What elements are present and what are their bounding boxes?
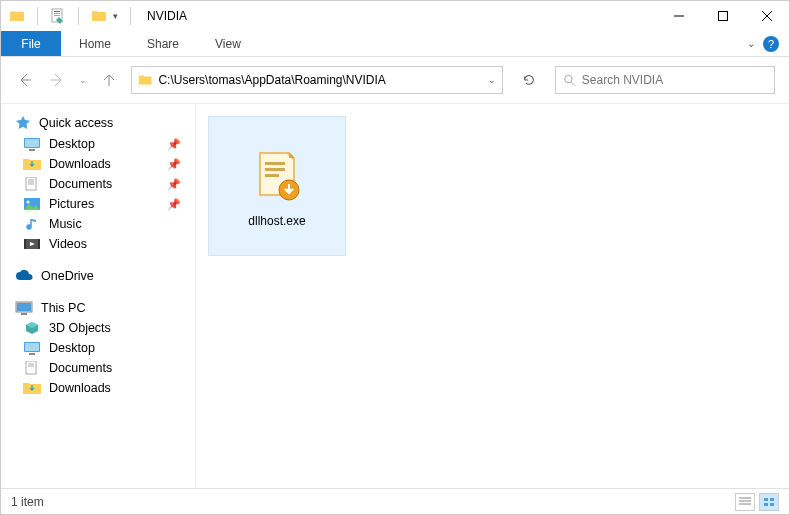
status-text: 1 item	[11, 495, 44, 509]
sidebar: Quick access Desktop 📌 Downloads 📌 Docum…	[1, 104, 196, 488]
cloud-icon	[15, 269, 33, 283]
sidebar-item-this-pc[interactable]: This PC	[1, 298, 195, 318]
file-item[interactable]: dllhost.exe	[208, 116, 346, 256]
svg-rect-27	[29, 353, 35, 355]
pc-icon	[15, 301, 33, 315]
quick-access-toolbar: ▾	[9, 7, 137, 25]
music-icon	[23, 217, 41, 231]
svg-rect-1	[54, 11, 60, 12]
sidebar-item-label: 3D Objects	[49, 321, 111, 335]
sidebar-item-downloads-pc[interactable]: Downloads	[1, 378, 195, 398]
search-input[interactable]	[582, 73, 766, 87]
svg-rect-24	[21, 313, 27, 315]
body: Quick access Desktop 📌 Downloads 📌 Docum…	[1, 103, 789, 488]
star-icon	[15, 115, 31, 131]
sidebar-item-videos[interactable]: Videos	[1, 234, 195, 254]
refresh-button[interactable]	[515, 66, 543, 94]
svg-line-9	[571, 81, 575, 85]
sidebar-item-label: OneDrive	[41, 269, 94, 283]
folder-icon	[138, 72, 152, 88]
ribbon-right: ⌄ ?	[747, 31, 789, 56]
sidebar-item-pictures[interactable]: Pictures 📌	[1, 194, 195, 214]
svg-rect-38	[764, 498, 768, 501]
minimize-button[interactable]	[657, 1, 701, 31]
folder-icon[interactable]	[91, 8, 107, 24]
chevron-down-icon[interactable]: ⌄	[747, 38, 755, 49]
svg-rect-40	[764, 503, 768, 506]
window-title: NVIDIA	[147, 9, 187, 23]
svg-rect-3	[54, 15, 60, 16]
properties-icon[interactable]	[50, 8, 66, 24]
view-large-icons-button[interactable]	[759, 493, 779, 511]
forward-button[interactable]	[47, 72, 67, 88]
svg-rect-33	[265, 174, 279, 177]
svg-rect-28	[26, 361, 36, 374]
statusbar: 1 item	[1, 488, 789, 514]
svg-rect-11	[25, 139, 39, 147]
address-input[interactable]	[158, 73, 482, 87]
svg-rect-21	[38, 239, 40, 249]
pin-icon: 📌	[167, 158, 181, 171]
sidebar-item-label: Documents	[49, 177, 112, 191]
sidebar-item-label: Videos	[49, 237, 87, 251]
sidebar-item-music[interactable]: Music	[1, 214, 195, 234]
sidebar-item-3d-objects[interactable]: 3D Objects	[1, 318, 195, 338]
sidebar-item-onedrive[interactable]: OneDrive	[1, 266, 195, 286]
separator	[37, 7, 38, 25]
qat-dropdown-icon[interactable]: ▾	[113, 11, 118, 21]
sidebar-item-quick-access[interactable]: Quick access	[1, 112, 195, 134]
view-details-button[interactable]	[735, 493, 755, 511]
sidebar-item-downloads[interactable]: Downloads 📌	[1, 154, 195, 174]
sidebar-item-label: Downloads	[49, 381, 111, 395]
tab-share[interactable]: Share	[129, 31, 197, 56]
tab-view[interactable]: View	[197, 31, 259, 56]
file-tab[interactable]: File	[1, 31, 61, 56]
videos-icon	[23, 237, 41, 251]
up-button[interactable]	[99, 72, 119, 88]
sidebar-item-label: Documents	[49, 361, 112, 375]
file-content-area[interactable]: dllhost.exe	[196, 104, 789, 488]
close-button[interactable]	[745, 1, 789, 31]
svg-rect-41	[770, 503, 774, 506]
documents-icon	[23, 361, 41, 375]
separator	[78, 7, 79, 25]
svg-point-18	[27, 201, 30, 204]
titlebar: ▾ NVIDIA	[1, 1, 789, 31]
sidebar-item-desktop-pc[interactable]: Desktop	[1, 338, 195, 358]
sidebar-item-label: Desktop	[49, 137, 95, 151]
search-icon	[564, 74, 576, 87]
svg-rect-39	[770, 498, 774, 501]
downloads-icon	[23, 157, 41, 171]
svg-rect-31	[265, 162, 285, 165]
view-switcher	[735, 493, 779, 511]
help-button[interactable]: ?	[763, 36, 779, 52]
separator	[130, 7, 131, 25]
sidebar-item-label: Desktop	[49, 341, 95, 355]
maximize-button[interactable]	[701, 1, 745, 31]
desktop-icon	[23, 341, 41, 355]
documents-icon	[23, 177, 41, 191]
sidebar-item-label: Music	[49, 217, 82, 231]
svg-rect-20	[24, 239, 26, 249]
chevron-down-icon[interactable]: ⌄	[488, 75, 496, 85]
search-box[interactable]	[555, 66, 775, 94]
sidebar-item-desktop[interactable]: Desktop 📌	[1, 134, 195, 154]
sidebar-item-label: This PC	[41, 301, 85, 315]
3d-icon	[23, 321, 41, 335]
sidebar-item-label: Downloads	[49, 157, 111, 171]
sidebar-item-documents[interactable]: Documents 📌	[1, 174, 195, 194]
sidebar-item-documents-pc[interactable]: Documents	[1, 358, 195, 378]
svg-rect-2	[54, 13, 60, 14]
pictures-icon	[23, 197, 41, 211]
address-bar[interactable]: ⌄	[131, 66, 503, 94]
pin-icon: 📌	[167, 198, 181, 211]
sidebar-item-label: Pictures	[49, 197, 94, 211]
recent-dropdown-icon[interactable]: ⌄	[79, 75, 87, 85]
pin-icon: 📌	[167, 178, 181, 191]
navbar: ⌄ ⌄	[1, 57, 789, 103]
ribbon: File Home Share View ⌄ ?	[1, 31, 789, 57]
tab-home[interactable]: Home	[61, 31, 129, 56]
svg-rect-23	[17, 303, 31, 311]
folder-icon	[9, 8, 25, 24]
back-button[interactable]	[15, 72, 35, 88]
